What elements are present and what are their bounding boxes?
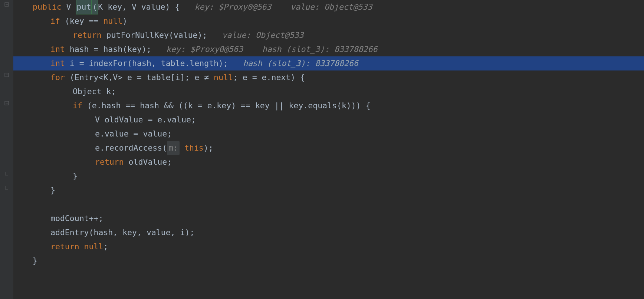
code-line[interactable]: if (e.hash == hash && ((k = e.key) == ke… — [13, 99, 644, 113]
code-text: Object k; — [73, 85, 116, 99]
code-line[interactable]: return null ; — [13, 240, 644, 254]
code-line[interactable]: } — [13, 183, 644, 197]
code-line[interactable]: e.value = value; — [13, 127, 644, 141]
inline-debug-hint: hash (slot_3): 833788266 — [243, 56, 358, 70]
code-text: , — [122, 0, 132, 14]
method-name: put — [76, 0, 92, 14]
code-text: ); — [204, 141, 213, 155]
code-text: key — [108, 0, 122, 14]
code-text: V — [66, 0, 76, 14]
code-line[interactable]: e.recordAccess( m: this ); — [13, 141, 644, 155]
code-line[interactable] — [13, 197, 644, 211]
parameter-hint: m: — [167, 141, 180, 155]
code-line[interactable]: V oldValue = e.value; — [13, 113, 644, 127]
code-editor[interactable]: public V put ( K key , V value ) { key: … — [13, 0, 644, 268]
fold-toggle-icon[interactable] — [4, 73, 9, 77]
code-text: e.recordAccess( — [95, 141, 167, 155]
code-line[interactable]: modCount++; — [13, 211, 644, 226]
code-text: (key == — [65, 14, 104, 28]
fold-end-icon[interactable] — [4, 185, 9, 190]
code-line[interactable]: int hash = hash(key); key: $Proxy0@563 h… — [13, 42, 644, 56]
fold-toggle-icon[interactable] — [4, 2, 9, 7]
editor-gutter[interactable] — [0, 0, 13, 299]
inline-debug-hint: key: $Proxy0@563 value: Object@533 — [194, 0, 372, 14]
code-text: hash = hash(key); — [70, 42, 151, 56]
inline-debug-hint: key: $Proxy0@563 hash (slot_3): 83378826… — [166, 42, 378, 56]
keyword: return — [73, 28, 106, 42]
code-text: V oldValue = e.value; — [95, 113, 196, 127]
keyword: null — [214, 70, 233, 85]
code-text: addEntry(hash, key, value, i); — [50, 226, 194, 240]
code-text: ) { — [165, 0, 180, 14]
code-text: ; e = e.next) { — [233, 70, 305, 85]
keyword: null — [84, 240, 104, 254]
code-text: } — [33, 254, 37, 268]
code-line[interactable]: public V put ( K key , V value ) { key: … — [13, 0, 644, 14]
inline-debug-hint: value: Object@533 — [222, 28, 303, 42]
code-text: V — [132, 0, 141, 14]
paren: ( — [92, 0, 98, 14]
code-line[interactable]: return oldValue; — [13, 155, 644, 169]
code-text: ) — [122, 14, 127, 28]
code-line[interactable]: if (key == null ) — [13, 14, 644, 28]
code-text: } — [50, 183, 55, 197]
code-line[interactable]: return putForNullKey(value); value: Obje… — [13, 28, 644, 42]
current-execution-line[interactable]: int i = indexFor(hash, table.length); ha… — [13, 56, 644, 70]
keyword: if — [73, 99, 87, 113]
keyword: int — [50, 42, 70, 56]
code-line[interactable]: } — [13, 169, 644, 183]
code-line[interactable]: Object k; — [13, 85, 644, 99]
code-line[interactable]: for (Entry<K,V> e = table[i]; e ≠ null ;… — [13, 70, 644, 85]
fold-end-icon[interactable] — [4, 171, 9, 176]
code-text: } — [73, 169, 78, 183]
code-text: ; — [103, 240, 108, 254]
code-text: i = indexFor(hash, table.length); — [70, 56, 228, 70]
code-text: (Entry<K,V> e = table[i]; e ≠ — [70, 70, 214, 85]
code-text: putForNullKey(value); — [106, 28, 207, 42]
code-text: e.value = value; — [95, 127, 172, 141]
code-text: K — [98, 0, 108, 14]
code-line[interactable]: addEntry(hash, key, value, i); — [13, 226, 644, 240]
code-text: value — [141, 0, 165, 14]
keyword: null — [103, 14, 122, 28]
keyword: int — [50, 56, 70, 70]
keyword: this — [180, 141, 204, 155]
keyword: for — [50, 70, 70, 85]
code-line[interactable]: } — [13, 254, 644, 268]
fold-toggle-icon[interactable] — [4, 101, 9, 105]
keyword: public — [33, 0, 66, 14]
code-text: oldValue; — [129, 155, 172, 169]
code-text: modCount++; — [50, 211, 103, 226]
keyword: return — [50, 240, 84, 254]
code-text: (e.hash == hash && ((k = e.key) == key |… — [87, 99, 371, 113]
keyword: if — [50, 14, 65, 28]
keyword: return — [95, 155, 129, 169]
